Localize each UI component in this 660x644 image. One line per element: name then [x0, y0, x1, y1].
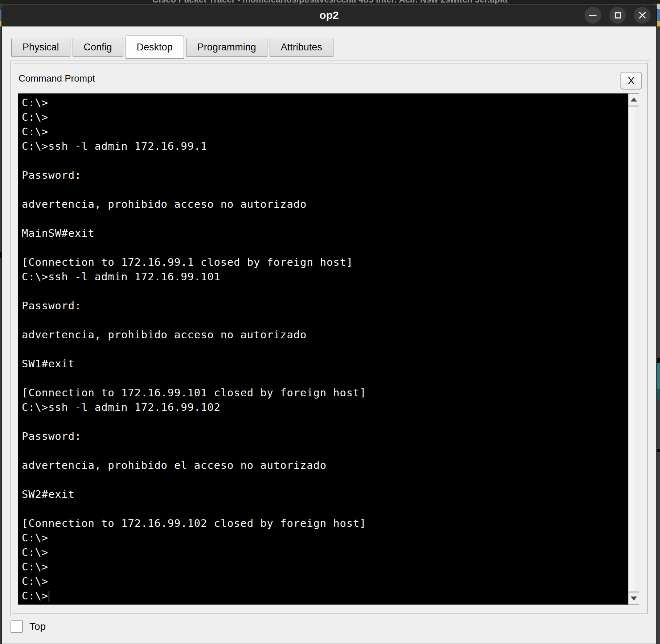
terminal-line: [22, 211, 627, 226]
background-edge-blue-right: [657, 9, 660, 21]
terminal-line: [Connection to 172.16.99.101 closed by f…: [22, 385, 627, 400]
terminal-line: [22, 284, 627, 298]
terminal-line: C:\>: [22, 95, 627, 110]
tab-physical[interactable]: Physical: [11, 38, 70, 57]
terminal-line: C:\>: [22, 545, 627, 560]
arrow-down-icon: [631, 596, 637, 600]
minimize-icon: [589, 15, 597, 16]
tab-attributes-label: Attributes: [281, 42, 322, 53]
maximize-button[interactable]: [609, 7, 626, 24]
terminal-line: [22, 414, 627, 429]
terminal-line: [Connection to 172.16.99.102 closed by f…: [22, 516, 627, 531]
terminal-line: [22, 182, 627, 197]
scrollbar-thumb[interactable]: [628, 106, 639, 592]
terminal-frame: C:\>C:\>C:\>C:\>ssh -l admin 172.16.99.1…: [18, 93, 639, 605]
command-prompt-header: Command Prompt: [13, 64, 647, 93]
terminal-scrollbar[interactable]: [628, 94, 639, 604]
terminal-line: advertencia, prohibido el acceso no auto…: [22, 458, 627, 472]
terminal-line: SW1#exit: [22, 356, 627, 371]
window-titlebar: op2: [2, 4, 656, 26]
tab-bar: Physical Config Desktop Programming Attr…: [11, 36, 333, 59]
terminal-line: [22, 501, 627, 516]
tab-desktop-label: Desktop: [137, 42, 173, 53]
arrow-up-icon: [631, 98, 637, 102]
background-edge-gray-right: [657, 4, 660, 9]
background-window-title: Cisco Packet Tracer - /home/carlos/pt/sa…: [0, 0, 660, 4]
terminal-line: C:\>: [22, 110, 627, 124]
terminal-line: Password:: [22, 168, 627, 182]
terminal-cursor: [49, 591, 49, 602]
top-checkbox-label: Top: [29, 621, 46, 632]
tab-attributes[interactable]: Attributes: [270, 38, 333, 57]
window-controls: [585, 7, 651, 24]
terminal-line: [22, 342, 627, 356]
terminal-line: [22, 371, 627, 385]
maximize-icon: [615, 12, 621, 18]
terminal-line: SW2#exit: [22, 487, 627, 501]
tab-config-label: Config: [84, 42, 112, 53]
terminal-line: [Connection to 172.16.99.1 closed by for…: [22, 255, 627, 269]
scroll-down-button[interactable]: [628, 592, 639, 604]
footer-row: Top: [11, 620, 46, 633]
background-edge-teal-right: [657, 363, 660, 389]
scroll-up-button[interactable]: [628, 94, 639, 106]
command-prompt-panel: Command Prompt X C:\>C:\>C:\>C:\>ssh -l …: [10, 61, 650, 616]
tab-physical-label: Physical: [22, 42, 59, 53]
terminal-line: Password:: [22, 298, 627, 313]
minimize-button[interactable]: [585, 7, 601, 24]
background-edge-teal2-right: [657, 389, 660, 400]
terminal-line: C:\>ssh -l admin 172.16.99.101: [22, 269, 627, 284]
background-edge-notch-right: [657, 358, 660, 363]
terminal-line: [22, 472, 627, 487]
terminal-line: C:\>ssh -l admin 172.16.99.102: [22, 400, 627, 414]
background-edge-line-right: [657, 449, 660, 452]
top-checkbox[interactable]: [11, 620, 23, 633]
terminal-output[interactable]: C:\>C:\>C:\>C:\>ssh -l admin 172.16.99.1…: [18, 94, 628, 604]
tab-desktop[interactable]: Desktop: [126, 36, 184, 59]
terminal-line: MainSW#exit: [22, 226, 627, 240]
terminal-line: C:\>: [22, 589, 627, 603]
terminal-line: Password:: [22, 429, 627, 443]
terminal-line: C:\>: [22, 531, 627, 545]
tab-config[interactable]: Config: [73, 38, 123, 57]
close-button[interactable]: [634, 7, 651, 24]
terminal-line: C:\>: [22, 560, 627, 574]
terminal-line: [22, 240, 627, 255]
tab-programming[interactable]: Programming: [186, 38, 267, 57]
terminal-line: C:\>: [22, 574, 627, 589]
terminal-line: [22, 153, 627, 168]
close-icon: [638, 11, 646, 19]
terminal-line: advertencia, prohibido acceso no autoriz…: [22, 327, 627, 342]
terminal-line: C:\>: [22, 124, 627, 139]
command-prompt-title: Command Prompt: [19, 73, 95, 84]
command-prompt-close-button[interactable]: X: [620, 72, 642, 90]
window-title: op2: [2, 4, 656, 26]
terminal-line: C:\>ssh -l admin 172.16.99.1: [22, 139, 627, 153]
background-window-titlebar: Cisco Packet Tracer - /home/carlos/pt/sa…: [0, 0, 660, 4]
device-window: op2 Physical Config Desktop Programming …: [1, 4, 657, 644]
terminal-line: [22, 443, 627, 458]
terminal-line: [22, 313, 627, 327]
background-edge-yellow-right: [657, 21, 660, 26]
tab-programming-label: Programming: [197, 42, 256, 53]
terminal-line: advertencia, prohibido acceso no autoriz…: [22, 197, 627, 211]
